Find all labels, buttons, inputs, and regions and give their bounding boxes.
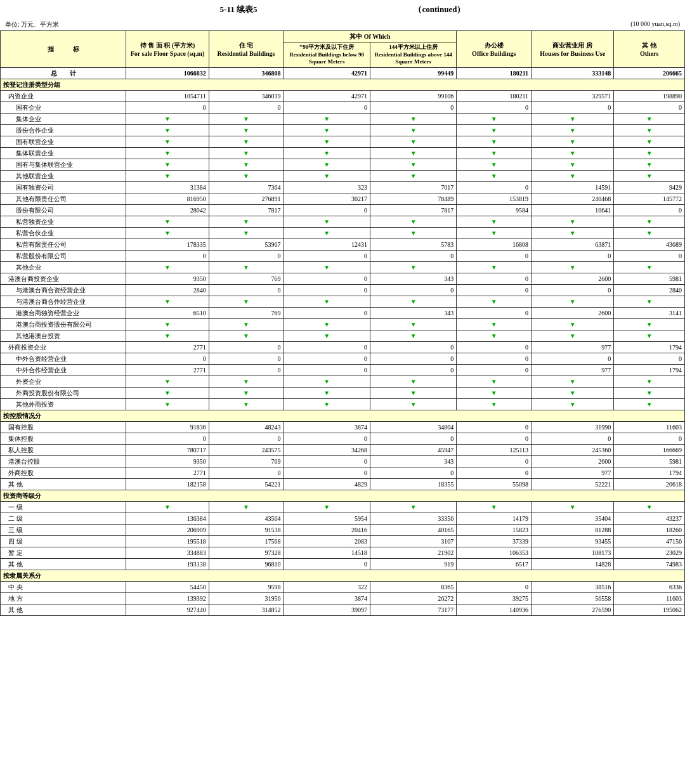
- row-label: 国有控股: [1, 422, 126, 433]
- row-value: ▼: [209, 148, 284, 159]
- row-value: 240468: [532, 193, 614, 205]
- row-value: 206909: [126, 525, 209, 536]
- row-value: 0: [457, 433, 532, 445]
- row-value: 243575: [209, 445, 284, 456]
- row-value: 54221: [209, 479, 284, 490]
- row-value: 4829: [284, 479, 370, 490]
- row-value: ▼: [126, 216, 209, 228]
- row-value: 0: [284, 467, 370, 479]
- row-value: 53967: [209, 239, 284, 251]
- data-row: 私人控股780717243575342684594712511324536016…: [1, 445, 685, 456]
- section-header-row: 投资商等级分: [1, 490, 685, 502]
- row-value: ▼: [284, 216, 370, 228]
- row-value: 0: [284, 273, 370, 285]
- row-value: ▼: [126, 148, 209, 159]
- row-value: 198890: [614, 91, 685, 102]
- row-value: 0: [209, 467, 284, 479]
- row-label: 三 级: [1, 525, 126, 536]
- row-value: 17568: [209, 536, 284, 547]
- row-value: 276891: [209, 193, 284, 205]
- row-value: ▼: [284, 262, 370, 273]
- row-label: 外商控股: [1, 467, 126, 479]
- row-label: 一 级: [1, 502, 126, 513]
- row-value: 0: [532, 433, 614, 445]
- row-value: ▼: [532, 216, 614, 228]
- row-label: 暂 定: [1, 547, 126, 559]
- data-row: 国有控股918364824338743480403199011603: [1, 422, 685, 433]
- row-value: ▼: [284, 502, 370, 513]
- row-value: ▼: [284, 159, 370, 171]
- row-value: ▼: [284, 228, 370, 239]
- continued-label: （continued）: [414, 4, 465, 14]
- row-value: ▼: [209, 376, 284, 388]
- row-value: ▼: [284, 296, 370, 308]
- row-value: ▼: [284, 148, 370, 159]
- row-value: 9350: [126, 273, 209, 285]
- row-label: 股份有限公司: [1, 205, 126, 216]
- row-value: 14828: [532, 559, 614, 570]
- row-value: ▼: [457, 148, 532, 159]
- row-value: 31384: [126, 182, 209, 193]
- row-value: ▼: [209, 330, 284, 342]
- row-value: 37339: [457, 536, 532, 547]
- row-value: 55098: [457, 479, 532, 490]
- row-value: 47156: [614, 536, 685, 547]
- row-value: 0: [532, 353, 614, 365]
- row-value: ▼: [370, 228, 456, 239]
- row-value: ▼: [284, 330, 370, 342]
- row-value: 7017: [370, 182, 456, 193]
- row-value: ▼: [370, 376, 456, 388]
- row-value: 30217: [284, 193, 370, 205]
- row-value: 0: [284, 102, 370, 114]
- row-label: 外资企业: [1, 376, 126, 388]
- data-row: 港澳台商独资经营企业65107690343026003141: [1, 308, 685, 319]
- row-value: 99449: [370, 68, 456, 79]
- row-value: ▼: [209, 228, 284, 239]
- row-value: ▼: [457, 136, 532, 148]
- row-value: 245360: [532, 445, 614, 456]
- row-value: 31990: [532, 422, 614, 433]
- row-value: 125113: [457, 445, 532, 456]
- row-value: 9429: [614, 182, 685, 193]
- row-value: 0: [370, 365, 456, 376]
- row-value: ▼: [532, 125, 614, 136]
- row-value: 2600: [532, 308, 614, 319]
- section-header-row: 按隶属关系分: [1, 570, 685, 582]
- row-value: 0: [284, 342, 370, 353]
- row-value: 0: [370, 285, 456, 296]
- row-value: 0: [209, 342, 284, 353]
- data-row: 私营有限责任公司17833553967124315783168086387143…: [1, 239, 685, 251]
- row-label: 其他港澳台投资: [1, 330, 126, 342]
- row-value: ▼: [614, 502, 685, 513]
- row-value: 0: [209, 433, 284, 445]
- row-value: 2840: [614, 285, 685, 296]
- row-value: 0: [532, 285, 614, 296]
- row-value: 108173: [532, 547, 614, 559]
- row-value: 16808: [457, 239, 532, 251]
- row-value: 145772: [614, 193, 685, 205]
- row-value: 0: [457, 182, 532, 193]
- row-value: 2771: [126, 467, 209, 479]
- row-value: 0: [209, 353, 284, 365]
- row-value: ▼: [370, 114, 456, 125]
- row-value: 43237: [614, 513, 685, 525]
- row-value: ▼: [614, 216, 685, 228]
- row-value: ▼: [126, 296, 209, 308]
- row-label: 二 级: [1, 513, 126, 525]
- row-value: ▼: [209, 159, 284, 171]
- col-indicator-header: 指 标: [1, 31, 126, 68]
- row-value: 153819: [457, 193, 532, 205]
- row-value: ▼: [126, 399, 209, 410]
- row-label: 私营股份有限公司: [1, 251, 126, 262]
- row-value: ▼: [614, 114, 685, 125]
- row-value: 11603: [614, 593, 685, 604]
- row-value: ▼: [457, 171, 532, 182]
- row-value: 346808: [209, 68, 284, 79]
- data-row: 地 方13939231956387426272392755655811603: [1, 593, 685, 604]
- row-value: 52221: [532, 479, 614, 490]
- row-value: 54450: [126, 582, 209, 593]
- data-row: 四 级1955181756820833107373399345547156: [1, 536, 685, 547]
- row-value: 0: [457, 273, 532, 285]
- row-value: 9584: [457, 205, 532, 216]
- row-value: 1794: [614, 467, 685, 479]
